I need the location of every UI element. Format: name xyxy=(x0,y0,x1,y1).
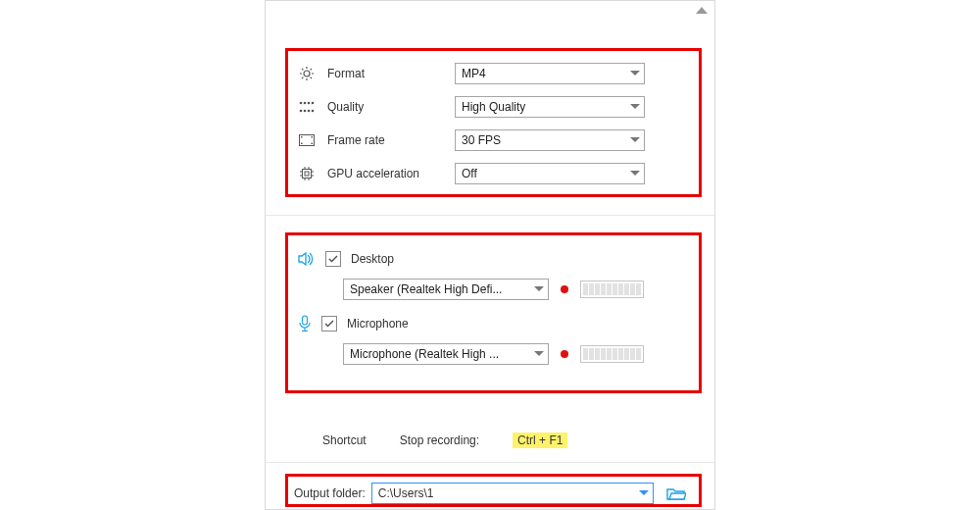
desktop-device-row: Speaker (Realtek High Defi... xyxy=(343,279,699,300)
svg-rect-20 xyxy=(312,136,314,138)
chevron-down-icon xyxy=(639,490,649,496)
svg-rect-18 xyxy=(301,136,303,138)
gpu-row: GPU acceleration Off xyxy=(288,157,699,190)
svg-rect-32 xyxy=(303,316,308,325)
svg-rect-22 xyxy=(303,170,312,178)
microphone-row: Microphone xyxy=(298,310,699,337)
desktop-audio-row: Desktop xyxy=(298,245,699,273)
microphone-device-dropdown[interactable]: Microphone (Realtek High ... xyxy=(343,343,549,365)
collapse-toggle-icon[interactable] xyxy=(695,5,709,15)
format-label: Format xyxy=(327,67,455,80)
svg-point-10 xyxy=(304,102,307,105)
svg-rect-21 xyxy=(312,143,314,145)
chevron-down-icon xyxy=(534,351,544,357)
svg-point-12 xyxy=(312,102,315,105)
gpu-value: Off xyxy=(462,167,477,180)
film-strip-icon xyxy=(296,134,318,146)
framerate-label: Frame rate xyxy=(327,133,455,147)
framerate-dropdown[interactable]: 30 FPS xyxy=(455,129,645,151)
output-folder-path: C:\Users\1 xyxy=(378,486,434,500)
svg-point-15 xyxy=(308,110,311,113)
divider xyxy=(266,462,714,463)
quality-label: Quality xyxy=(327,100,455,114)
svg-point-14 xyxy=(304,110,307,113)
browse-folder-button[interactable] xyxy=(665,484,687,502)
microphone-label: Microphone xyxy=(347,317,409,331)
shortcut-action-label: Stop recording: xyxy=(400,434,479,447)
svg-rect-19 xyxy=(301,143,303,145)
settings-panel: Format MP4 Quality High Quality xyxy=(265,0,715,510)
output-folder-field[interactable]: C:\Users\1 xyxy=(371,483,654,504)
svg-line-6 xyxy=(311,77,312,78)
shortcut-row: Shortcut Stop recording: Ctrl + F1 xyxy=(322,433,567,448)
desktop-device-value: Speaker (Realtek High Defi... xyxy=(350,282,502,296)
format-dropdown[interactable]: MP4 xyxy=(455,63,645,84)
desktop-device-dropdown[interactable]: Speaker (Realtek High Defi... xyxy=(343,279,549,300)
svg-rect-23 xyxy=(305,172,309,176)
recording-indicator-icon xyxy=(561,285,568,293)
microphone-level-meter xyxy=(580,345,644,363)
gpu-label: GPU acceleration xyxy=(327,167,455,180)
quality-value: High Quality xyxy=(462,100,525,114)
chip-icon xyxy=(296,166,318,181)
chevron-down-icon xyxy=(534,286,544,292)
chevron-down-icon xyxy=(630,137,640,143)
gpu-dropdown[interactable]: Off xyxy=(455,163,645,184)
format-value: MP4 xyxy=(462,67,486,80)
microphone-device-value: Microphone (Realtek High ... xyxy=(350,347,499,361)
microphone-device-row: Microphone (Realtek High ... xyxy=(343,343,699,365)
format-row: Format MP4 xyxy=(288,57,699,90)
quality-row: Quality High Quality xyxy=(288,90,699,124)
chevron-down-icon xyxy=(630,71,640,76)
svg-point-0 xyxy=(304,71,310,76)
audio-settings-group: Desktop Speaker (Realtek High Defi... Mi… xyxy=(285,232,702,393)
output-folder-label: Output folder: xyxy=(294,486,366,500)
svg-point-13 xyxy=(300,110,303,113)
chevron-down-icon xyxy=(630,104,640,110)
gear-icon xyxy=(296,66,318,81)
quality-dropdown[interactable]: High Quality xyxy=(455,96,645,118)
shortcut-key[interactable]: Ctrl + F1 xyxy=(513,433,567,448)
shortcut-section-label: Shortcut xyxy=(322,434,367,447)
microphone-checkbox[interactable] xyxy=(321,316,337,332)
video-settings-group: Format MP4 Quality High Quality xyxy=(285,48,702,197)
chevron-down-icon xyxy=(630,171,640,177)
desktop-label: Desktop xyxy=(351,252,394,266)
svg-line-5 xyxy=(302,69,303,70)
speaker-icon xyxy=(298,251,316,267)
framerate-value: 30 FPS xyxy=(462,133,501,147)
recording-indicator-icon xyxy=(561,350,568,358)
svg-point-11 xyxy=(308,102,311,105)
framerate-row: Frame rate 30 FPS xyxy=(288,124,699,157)
output-folder-group: Output folder: C:\Users\1 xyxy=(285,474,702,507)
microphone-icon xyxy=(298,315,312,332)
svg-line-8 xyxy=(311,69,312,70)
desktop-level-meter xyxy=(580,280,644,298)
desktop-checkbox[interactable] xyxy=(325,251,341,267)
svg-point-16 xyxy=(312,110,315,113)
divider xyxy=(266,215,714,216)
quality-dots-icon xyxy=(296,101,318,113)
svg-point-9 xyxy=(300,102,303,105)
svg-line-7 xyxy=(302,77,303,78)
